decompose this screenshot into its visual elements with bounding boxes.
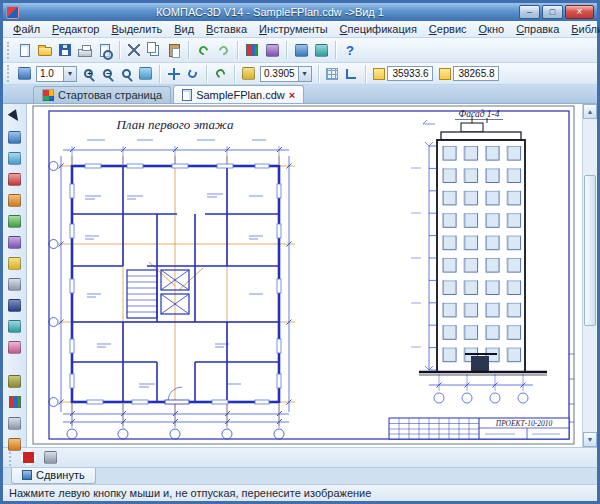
cut-icon[interactable] [124,40,144,60]
editing-panel-icon[interactable] [5,211,25,231]
toolbar-grip[interactable] [7,42,11,59]
designations-panel-icon[interactable] [5,169,25,189]
cursor-x-field[interactable]: 35933.6 [373,66,433,82]
open-document-icon[interactable] [35,40,55,60]
zoom-fit-icon[interactable] [136,65,155,83]
tab-close-icon[interactable]: × [289,90,295,100]
toolbar-separator [237,41,238,59]
pointer-tool-icon[interactable] [5,106,25,126]
selection-panel-icon[interactable] [5,274,25,294]
menu-specification[interactable]: Спецификация [334,22,423,36]
parameterization-panel-icon[interactable] [5,232,25,252]
menu-editor[interactable]: Редактор [46,22,105,36]
cursor-step-icon[interactable] [239,65,258,83]
variables-icon[interactable] [262,40,282,60]
grid-icon[interactable] [323,65,342,83]
cursor-step-value: 0.3905 [261,68,298,79]
property-bar [3,447,597,467]
zoom-out-icon[interactable]: − [98,65,117,83]
toolbar-grip[interactable] [7,65,11,82]
tab-start-label: Стартовая страница [58,89,162,101]
status-message: Нажмите левую кнопку мыши и, не отпуская… [9,487,371,499]
pan-icon[interactable] [164,65,183,83]
menu-file[interactable]: Файл [7,22,46,36]
settings-panel-icon[interactable] [5,434,25,454]
menu-help[interactable]: Справка [510,22,565,36]
scroll-down-icon[interactable]: ▼ [583,432,597,447]
menu-service[interactable]: Сервис [423,22,473,36]
menu-libraries[interactable]: Библиотеки [565,22,600,36]
library-panel-icon[interactable] [5,392,25,412]
redo-icon[interactable] [213,40,233,60]
copy-icon[interactable] [144,40,164,60]
title-block: ПРОЕКТ-10-2010 [389,418,569,439]
refresh-view-icon[interactable] [211,65,230,83]
cursor-step-combo[interactable]: 0.3905 ▾ [260,66,312,82]
statusbar: Нажмите левую кнопку мыши и, не отпуская… [3,484,597,501]
titlebar[interactable]: КОМПАС-3D V14 - SampleFPlan.cdw ->Вид 1 … [3,3,597,21]
command-help-icon[interactable] [40,448,60,468]
toolbar-separator [318,65,319,83]
menubar: Файл Редактор Выделить Вид Вставка Инстр… [3,21,597,38]
spelling-icon[interactable] [311,40,331,60]
maximize-button[interactable]: □ [542,5,563,19]
menu-view[interactable]: Вид [168,22,200,36]
building-designations-panel-icon[interactable] [5,190,25,210]
standard-toolbar: ? [3,38,597,63]
menu-tools[interactable]: Инструменты [253,22,334,36]
toolbar-separator [159,65,160,83]
cursor-y-field[interactable]: 38265.8 [439,66,499,82]
coordinate-x-icon [373,68,385,80]
print-icon[interactable] [75,40,95,60]
rotate-view-icon[interactable] [183,65,202,83]
ortho-mode-icon[interactable] [342,65,361,83]
tab-document-label: SampleFPlan.cdw [196,89,285,101]
reports-panel-icon[interactable] [5,316,25,336]
cursor-step-dropdown[interactable]: ▾ [298,67,311,81]
zoom-combo[interactable]: 1.0 ▾ [36,66,77,82]
new-document-icon[interactable] [15,40,35,60]
zoom-combo-dropdown[interactable]: ▾ [63,67,76,81]
scrollbar-track[interactable] [583,119,597,432]
dimensions-panel-icon[interactable] [5,148,25,168]
help-icon[interactable]: ? [340,40,360,60]
macro-panel-icon[interactable] [5,371,25,391]
measurement-panel-icon[interactable] [5,253,25,273]
drawing-canvas[interactable]: План первого этажа [27,104,582,447]
specification-panel-icon[interactable] [5,295,25,315]
tab-document[interactable]: SampleFPlan.cdw × [173,85,304,103]
menu-window[interactable]: Окно [473,22,511,36]
start-page-icon [42,89,54,101]
window-title: КОМПАС-3D V14 - SampleFPlan.cdw ->Вид 1 [23,6,517,18]
document-properties-icon[interactable] [291,40,311,60]
toolbar-separator [365,65,366,83]
menu-select[interactable]: Выделить [105,22,168,36]
menu-insert[interactable]: Вставка [200,22,253,36]
library-manager-icon[interactable] [242,40,262,60]
drawing-area[interactable]: План первого этажа [27,104,597,447]
view-manager-icon[interactable] [15,65,34,83]
scrollbar-thumb[interactable] [584,175,596,325]
save-icon[interactable] [55,40,75,60]
tab-start-page[interactable]: Стартовая страница [33,86,171,103]
zoom-combo-value: 1.0 [37,68,63,79]
insertion-panel-icon[interactable] [5,337,25,357]
compact-tool-panel [3,104,27,447]
pan-command-label: Сдвинуть [36,469,85,481]
stop-command-icon[interactable] [21,450,36,465]
vertical-scrollbar[interactable]: ▲ ▼ [582,104,597,447]
close-button[interactable]: × [565,5,594,19]
zoom-in-icon[interactable]: + [79,65,98,83]
tab-pan-command[interactable]: Сдвинуть [11,468,96,484]
applications-panel-icon[interactable] [5,413,25,433]
undo-icon[interactable] [193,40,213,60]
scroll-up-icon[interactable]: ▲ [583,104,597,119]
zoom-area-icon[interactable] [117,65,136,83]
paste-icon[interactable] [164,40,184,60]
minimize-button[interactable]: – [519,5,540,19]
cursor-y-value: 38265.8 [453,66,499,81]
toolbar-separator [286,41,287,59]
toolbar-separator [335,41,336,59]
geometry-panel-icon[interactable] [5,127,25,147]
print-preview-icon[interactable] [95,40,115,60]
